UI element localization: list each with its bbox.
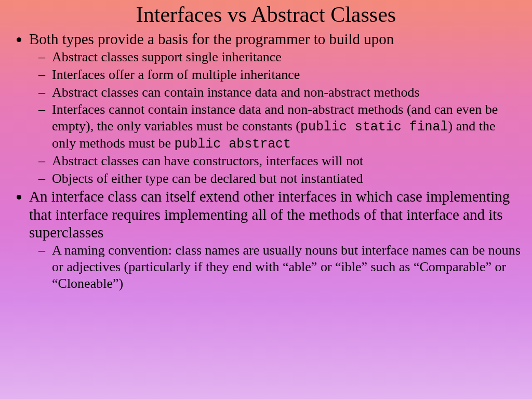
bullet-item: Objects of either type can be declared b… xyxy=(52,170,522,187)
code-text: public abstract xyxy=(174,137,291,151)
bullet-item: Abstract classes can contain instance da… xyxy=(52,84,522,101)
bullet-text: Objects of either type can be declared b… xyxy=(52,171,363,186)
bullet-text: Both types provide a basis for the progr… xyxy=(29,31,394,47)
bullet-item: Abstract classes can have constructors, … xyxy=(52,153,522,169)
bullet-text: Interfaces offer a form of multiple inhe… xyxy=(52,67,300,82)
bullet-text: An interface class can itself extend oth… xyxy=(29,188,510,240)
slide-content: Interfaces vs Abstract Classes Both type… xyxy=(0,0,532,303)
bullet-item: A naming convention: class names are usu… xyxy=(52,242,522,291)
bullet-item: Interfaces offer a form of multiple inhe… xyxy=(52,66,522,83)
bullet-item: An interface class can itself extend oth… xyxy=(29,188,522,291)
bullet-item: Abstract classes support single inherita… xyxy=(52,49,522,65)
bullet-text: Abstract classes can have constructors, … xyxy=(52,153,363,168)
bullet-text: A naming convention: class names are usu… xyxy=(52,243,521,290)
bullet-item: Interfaces cannot contain instance data … xyxy=(52,101,522,152)
bullet-list-level2: A naming convention: class names are usu… xyxy=(29,242,522,291)
slide-title: Interfaces vs Abstract Classes xyxy=(10,2,522,27)
bullet-list-level2: Abstract classes support single inherita… xyxy=(29,49,522,187)
bullet-text: Abstract classes can contain instance da… xyxy=(52,85,420,100)
bullet-item: Both types provide a basis for the progr… xyxy=(29,30,522,187)
bullet-list-level1: Both types provide a basis for the progr… xyxy=(10,30,522,291)
bullet-text: Abstract classes support single inherita… xyxy=(52,49,282,64)
code-text: public static final xyxy=(300,119,448,134)
